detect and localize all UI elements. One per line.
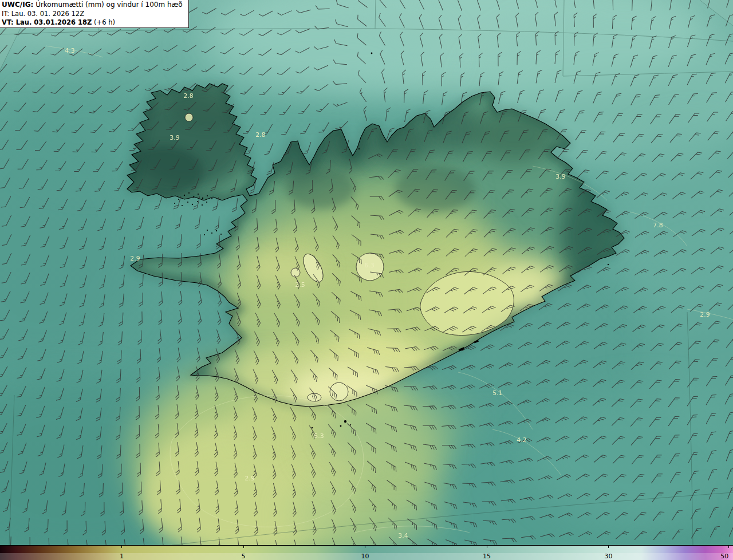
- contour-label: 2.9: [700, 311, 710, 318]
- colorbar-tick: [487, 546, 487, 548]
- contour-label: 2.9: [245, 475, 255, 482]
- colorbar-tick-label: 5: [241, 553, 245, 560]
- init-time: IT: Lau. 03. 01. 2026 12Z: [2, 10, 183, 18]
- contour-label: 3.9: [170, 134, 180, 141]
- glacier-myrdalsjokull: [330, 382, 348, 401]
- glacier-drangajokull: [185, 113, 193, 121]
- contour-label: 3.9: [555, 173, 566, 180]
- colorbar-tick: [121, 546, 122, 548]
- weather-map-page: 4.32.83.92.83.97.82.96.32.52.95.15.34.22…: [0, 0, 733, 560]
- valid-time-line: VT: Lau. 03.01.2026 18Z (+6 h): [2, 18, 183, 27]
- colorbar-tick: [728, 546, 729, 548]
- colorbar-tick-label: 50: [720, 553, 728, 560]
- contour-label: 5.1: [492, 389, 503, 397]
- header-info-box: UWC/IG: Úrkomumætti (mm) og vindur í 100…: [0, 0, 189, 28]
- contour-label: 3.4: [398, 532, 408, 539]
- valid-time: VT: Lau. 03.01.2026 18Z: [2, 18, 92, 26]
- contour-label: 5.3: [314, 432, 324, 440]
- product-line: UWC/IG: Úrkomumætti (mm) og vindur í 100…: [2, 1, 183, 10]
- colorbar-tick-label: 10: [361, 553, 369, 560]
- contour-label: 2.5: [295, 281, 305, 289]
- contour-label: 4.3: [65, 47, 75, 54]
- glacier-eiriksjokull: [291, 268, 300, 277]
- colorbar-ticks: 1510153050: [0, 546, 733, 560]
- colorbar-tick: [608, 546, 609, 548]
- colorbar-tick-label: 1: [120, 553, 124, 560]
- contour-label: 4.2: [517, 436, 527, 444]
- colorbar-tick: [243, 546, 244, 548]
- contour-label: 6.3: [364, 262, 375, 269]
- weather-map: 4.32.83.92.83.97.82.96.32.52.95.15.34.22…: [0, 0, 733, 545]
- island-vestmannaeyjar: [344, 420, 346, 423]
- contour-label: 7.8: [653, 222, 663, 229]
- valid-offset: (+6 h): [92, 18, 115, 26]
- contour-label: 2.8: [255, 131, 266, 139]
- contour-label: 2.9: [130, 255, 140, 262]
- colorbar-tick: [365, 546, 365, 548]
- colorbar-region: 1510153050: [0, 545, 733, 560]
- colorbar-tick-label: 15: [483, 553, 491, 560]
- contour-label: 2.8: [183, 92, 194, 100]
- model-name: UWC/IG:: [2, 1, 33, 9]
- island-grimsey: [371, 53, 373, 54]
- product-title: Úrkomumætti (mm) og vindur í 100m hæð: [36, 1, 183, 9]
- colorbar-tick-label: 30: [604, 553, 612, 560]
